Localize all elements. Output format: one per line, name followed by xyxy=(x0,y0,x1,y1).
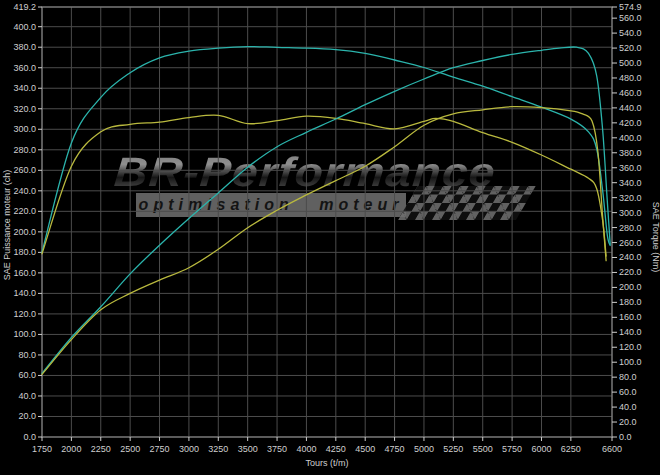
x-tick-label: 6250 xyxy=(561,444,581,454)
left-tick-label: 160.0 xyxy=(13,268,36,278)
left-tick-label: 60.0 xyxy=(18,370,36,380)
left-tick-label: 400.0 xyxy=(13,22,36,32)
x-tick-label: 5750 xyxy=(502,444,522,454)
x-tick-label: 5250 xyxy=(443,444,463,454)
right-axis-title: SAE Torque (Nm) xyxy=(651,202,660,272)
right-tick-label: 440.0 xyxy=(619,103,642,113)
right-tick-label: 400.0 xyxy=(619,133,642,143)
x-tick-label: 2250 xyxy=(91,444,111,454)
axis-right: 574.9560.0540.0520.0500.0480.0460.0440.0… xyxy=(612,2,642,442)
x-tick-label: 3500 xyxy=(238,444,258,454)
axis-x: 1750200022502500275030003250350037504000… xyxy=(32,437,622,454)
right-tick-label: 140.0 xyxy=(619,327,642,337)
right-tick-label: 340.0 xyxy=(619,178,642,188)
right-tick-label: 280.0 xyxy=(619,223,642,233)
right-tick-label: 520.0 xyxy=(619,43,642,53)
right-tick-label: 60.0 xyxy=(619,387,637,397)
right-tick-label: 120.0 xyxy=(619,342,642,352)
left-tick-label: 0.0 xyxy=(23,432,36,442)
left-tick-label: 200.0 xyxy=(13,227,36,237)
left-tick-label: 380.0 xyxy=(13,42,36,52)
right-tick-label: 200.0 xyxy=(619,282,642,292)
x-tick-label: 5000 xyxy=(414,444,434,454)
left-tick-label: 40.0 xyxy=(18,391,36,401)
left-tick-label: 320.0 xyxy=(13,104,36,114)
right-tick-label: 20.0 xyxy=(619,417,637,427)
right-tick-label: 300.0 xyxy=(619,208,642,218)
left-tick-label: 20.0 xyxy=(18,411,36,421)
left-tick-label: 140.0 xyxy=(13,288,36,298)
left-tick-label: 100.0 xyxy=(13,329,36,339)
left-tick-label: 180.0 xyxy=(13,247,36,257)
left-tick-label: 340.0 xyxy=(13,83,36,93)
right-tick-label: 380.0 xyxy=(619,148,642,158)
left-tick-label: 220.0 xyxy=(13,206,36,216)
x-tick-label: 5500 xyxy=(473,444,493,454)
x-tick-label: 1750 xyxy=(32,444,52,454)
chart-canvas: 419.2400.0380.0360.0340.0320.0300.0280.0… xyxy=(0,0,660,475)
right-tick-label: 320.0 xyxy=(619,193,642,203)
right-tick-label: 220.0 xyxy=(619,267,642,277)
left-tick-label: 120.0 xyxy=(13,309,36,319)
x-tick-label: 3750 xyxy=(267,444,287,454)
x-tick-label: 2500 xyxy=(120,444,140,454)
right-tick-label: 420.0 xyxy=(619,118,642,128)
right-tick-label: 480.0 xyxy=(619,73,642,83)
x-tick-label: 3250 xyxy=(208,444,228,454)
plot-frame xyxy=(42,7,612,437)
right-tick-label: 160.0 xyxy=(619,312,642,322)
right-tick-label: 260.0 xyxy=(619,238,642,248)
right-tick-label: 80.0 xyxy=(619,372,637,382)
x-tick-label: 4000 xyxy=(296,444,316,454)
left-tick-label: 240.0 xyxy=(13,186,36,196)
right-tick-label: 180.0 xyxy=(619,297,642,307)
curve-cyan-power xyxy=(42,47,610,373)
right-tick-label: 560.0 xyxy=(619,13,642,23)
right-tick-label: 0.0 xyxy=(619,432,632,442)
left-tick-label: 419.2 xyxy=(13,2,36,12)
right-tick-label: 360.0 xyxy=(619,163,642,173)
right-tick-label: 574.9 xyxy=(619,2,642,12)
left-tick-label: 80.0 xyxy=(18,350,36,360)
left-tick-label: 360.0 xyxy=(13,63,36,73)
x-tick-label: 6000 xyxy=(531,444,551,454)
axis-left: 419.2400.0380.0360.0340.0320.0300.0280.0… xyxy=(13,2,42,442)
x-tick-label: 2000 xyxy=(61,444,81,454)
x-tick-label: 4500 xyxy=(355,444,375,454)
x-axis-title: Tours (t/m) xyxy=(305,458,348,468)
right-tick-label: 500.0 xyxy=(619,58,642,68)
right-tick-label: 40.0 xyxy=(619,402,637,412)
x-tick-label: 2750 xyxy=(150,444,170,454)
x-tick-label: 4750 xyxy=(385,444,405,454)
left-tick-label: 260.0 xyxy=(13,165,36,175)
x-tick-label: 4250 xyxy=(326,444,346,454)
left-tick-label: 280.0 xyxy=(13,145,36,155)
left-axis-title: SAE Puissance moteur (ch) xyxy=(2,170,12,281)
x-tick-label: 3000 xyxy=(179,444,199,454)
gridlines xyxy=(42,7,612,437)
left-tick-label: 300.0 xyxy=(13,124,36,134)
right-tick-label: 240.0 xyxy=(619,252,642,262)
x-tick-label: 6600 xyxy=(602,444,622,454)
right-tick-label: 460.0 xyxy=(619,88,642,98)
right-tick-label: 100.0 xyxy=(619,357,642,367)
dyno-chart: BR-Performance optimisation moteur 419.2… xyxy=(0,0,660,475)
right-tick-label: 540.0 xyxy=(619,28,642,38)
